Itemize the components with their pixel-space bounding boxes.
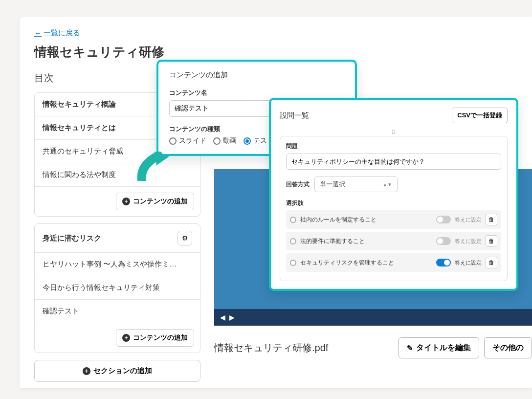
section-item[interactable]: 情報に関わる法や制度 [35,163,200,187]
trash-icon: 🗑 [488,216,494,223]
arrow-left-icon: ← [34,29,42,37]
slide-nav: ◀ ▶ [214,309,532,326]
radio-slide[interactable]: スライド [169,136,206,145]
trash-icon: 🗑 [488,259,494,266]
bottom-bar: 情報セキュリティ研修.pdf ✎ タイトルを編集 その他の [214,331,532,365]
delete-choice-button[interactable]: 🗑 [486,257,497,268]
panel-header: 設問一覧 [280,111,309,120]
correct-toggle[interactable] [436,237,451,245]
choice-radio-icon[interactable] [290,217,296,223]
pointer-arrow-icon [137,152,171,181]
choice-text[interactable]: 社内のルールを制定すること [300,216,432,224]
choice-radio-icon[interactable] [290,238,296,244]
choice-row: 社内のルールを制定すること 答えに設定 🗑 [286,210,501,229]
csv-import-button[interactable]: CSVで一括登録 [452,108,508,123]
section-header-label: 身近に潜むリスク [43,234,101,243]
content-name-label: コンテンツ名 [169,89,344,97]
select-caret-icon: ▲▼ [382,182,392,187]
correct-toggle[interactable] [436,216,451,223]
section-header[interactable]: 身近に潜むリスク ⚙ [35,224,200,253]
choice-row: セキュリティリスクを管理すること 答えに設定 🗑 [286,253,501,272]
other-actions-label: その他の [492,343,524,353]
delete-choice-button[interactable]: 🗑 [486,214,497,225]
answer-method-select[interactable]: 単一選択 ▲▼ [314,177,398,192]
add-content-label: コンテンツの追加 [133,333,188,342]
trash-icon: 🗑 [488,238,494,244]
choice-text[interactable]: 法的要件に準拠すること [300,237,432,245]
set-answer-label: 答えに設定 [455,238,482,245]
choice-radio-icon[interactable] [290,260,296,266]
correct-toggle[interactable] [436,259,451,266]
gear-button[interactable]: ⚙ [177,231,192,245]
pencil-icon: ✎ [407,344,413,353]
add-content-button[interactable]: + コンテンツの追加 [116,193,194,210]
drag-handle-icon[interactable]: ⠿ [280,129,508,136]
edit-title-button[interactable]: ✎ タイトルを編集 [399,337,479,358]
choice-text[interactable]: セキュリティリスクを管理すること [300,259,432,267]
select-value: 単一選択 [320,180,345,189]
section-box: 身近に潜むリスク ⚙ ヒヤリハット事例 〜人為ミスや操作ミ… 今日から行う情報セ… [34,223,200,353]
slide-next-button[interactable]: ▶ [229,313,235,321]
question-panel: 設問一覧 CSVで一括登録 ⠿ 問題 回答方式 単一選択 ▲▼ 選択肢 社内のル… [269,98,518,291]
question-label: 問題 [286,142,501,151]
radio-icon [169,137,177,145]
radio-icon [244,137,251,145]
back-link-label: 一覧に戻る [44,28,80,38]
radio-icon [213,137,221,145]
page-title: 情報セキュリティ研修 [34,44,532,61]
add-section-label: セクションの追加 [93,366,152,376]
radio-video[interactable]: 動画 [213,136,237,145]
back-link[interactable]: ← 一覧に戻る [34,28,80,38]
delete-choice-button[interactable]: 🗑 [486,235,497,247]
question-block: 問題 回答方式 単一選択 ▲▼ 選択肢 社内のルールを制定すること 答えに設定 … [280,136,508,281]
choices-label: 選択肢 [286,199,501,207]
set-answer-label: 答えに設定 [455,259,482,266]
section-item[interactable]: 確認テスト [35,300,200,323]
section-item[interactable]: ヒヤリハット事例 〜人為ミスや操作ミ… [35,253,200,276]
question-input[interactable] [286,154,501,170]
modal-title: コンテンツの追加 [169,70,344,80]
answer-method-label: 回答方式 [286,180,310,189]
edit-title-label: タイトルを編集 [416,343,471,353]
plus-icon: + [83,367,90,375]
radio-label: スライド [179,136,206,145]
choice-row: 法的要件に準拠すること 答えに設定 🗑 [286,232,501,250]
plus-icon: + [122,198,130,205]
filename: 情報セキュリティ研修.pdf [214,341,328,355]
set-answer-label: 答えに設定 [455,216,482,223]
slide-prev-button[interactable]: ◀ [220,313,225,321]
radio-label: 動画 [223,136,237,145]
plus-icon: + [122,334,130,342]
add-section-button[interactable]: + セクションの追加 [34,360,200,382]
section-item[interactable]: 今日から行う情報セキュリティ対策 [35,276,200,300]
gear-icon: ⚙ [182,234,188,242]
add-content-button[interactable]: + コンテンツの追加 [116,329,194,347]
add-content-label: コンテンツの追加 [133,197,188,206]
other-actions-button[interactable]: その他の [484,337,532,358]
